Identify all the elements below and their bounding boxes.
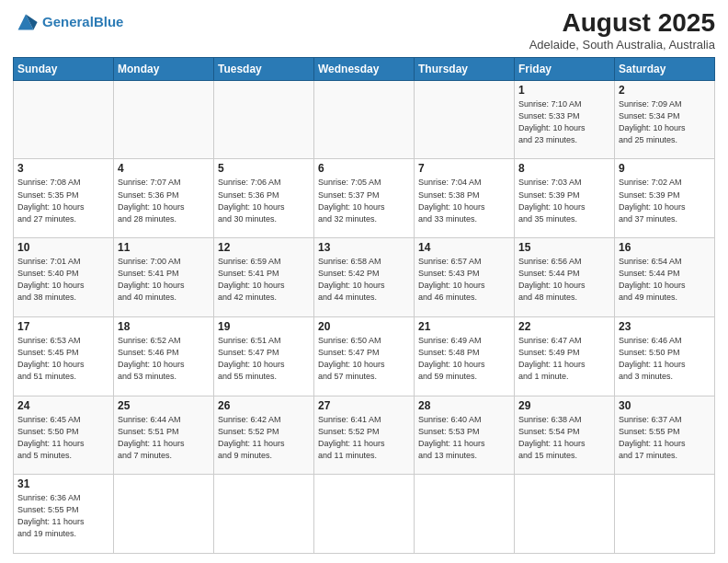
day-info: Sunrise: 6:44 AM Sunset: 5:51 PM Dayligh…	[118, 414, 210, 462]
day-number: 14	[418, 241, 510, 254]
day-number: 26	[218, 399, 310, 412]
table-row: 25Sunrise: 6:44 AM Sunset: 5:51 PM Dayli…	[114, 396, 214, 475]
day-info: Sunrise: 6:57 AM Sunset: 5:43 PM Dayligh…	[418, 256, 510, 304]
table-row: 19Sunrise: 6:51 AM Sunset: 5:47 PM Dayli…	[214, 316, 314, 396]
day-info: Sunrise: 6:56 AM Sunset: 5:44 PM Dayligh…	[518, 256, 610, 304]
day-number: 12	[218, 241, 310, 254]
day-number: 4	[118, 162, 210, 175]
day-info: Sunrise: 6:52 AM Sunset: 5:46 PM Dayligh…	[118, 335, 210, 383]
day-info: Sunrise: 7:06 AM Sunset: 5:36 PM Dayligh…	[218, 177, 310, 224]
day-number: 16	[619, 241, 711, 254]
table-row	[214, 475, 314, 554]
table-row: 10Sunrise: 7:01 AM Sunset: 5:40 PM Dayli…	[14, 238, 114, 317]
table-row: 26Sunrise: 6:42 AM Sunset: 5:52 PM Dayli…	[214, 396, 314, 475]
table-row: 29Sunrise: 6:38 AM Sunset: 5:54 PM Dayli…	[515, 396, 615, 475]
day-info: Sunrise: 7:08 AM Sunset: 5:35 PM Dayligh…	[17, 177, 109, 224]
logo-blue: Blue	[94, 14, 124, 29]
day-info: Sunrise: 7:05 AM Sunset: 5:37 PM Dayligh…	[318, 177, 410, 224]
day-info: Sunrise: 6:50 AM Sunset: 5:47 PM Dayligh…	[318, 335, 410, 383]
weekday-header-row: Sunday Monday Tuesday Wednesday Thursday…	[14, 57, 715, 80]
day-info: Sunrise: 7:02 AM Sunset: 5:39 PM Dayligh…	[619, 177, 711, 224]
day-number: 11	[118, 241, 210, 254]
day-info: Sunrise: 6:47 AM Sunset: 5:49 PM Dayligh…	[518, 335, 610, 383]
table-row	[415, 80, 515, 159]
table-row	[114, 80, 214, 159]
table-row: 31Sunrise: 6:36 AM Sunset: 5:55 PM Dayli…	[14, 475, 114, 554]
day-number: 5	[218, 162, 310, 175]
day-info: Sunrise: 7:09 AM Sunset: 5:34 PM Dayligh…	[619, 98, 711, 146]
table-row: 21Sunrise: 6:49 AM Sunset: 5:48 PM Dayli…	[415, 316, 515, 396]
table-row: 1Sunrise: 7:10 AM Sunset: 5:33 PM Daylig…	[515, 80, 615, 159]
day-number: 23	[619, 320, 711, 333]
title-block: August 2025 Adelaide, South Australia, A…	[529, 9, 715, 52]
table-row: 12Sunrise: 6:59 AM Sunset: 5:41 PM Dayli…	[214, 238, 314, 317]
header: GeneralBlue August 2025 Adelaide, South …	[13, 9, 715, 52]
day-info: Sunrise: 6:41 AM Sunset: 5:52 PM Dayligh…	[318, 414, 410, 462]
table-row: 28Sunrise: 6:40 AM Sunset: 5:53 PM Dayli…	[415, 396, 515, 475]
day-number: 9	[619, 162, 711, 175]
day-info: Sunrise: 6:59 AM Sunset: 5:41 PM Dayligh…	[218, 256, 310, 304]
day-number: 24	[17, 399, 109, 412]
table-row: 2Sunrise: 7:09 AM Sunset: 5:34 PM Daylig…	[615, 80, 715, 159]
day-info: Sunrise: 6:53 AM Sunset: 5:45 PM Dayligh…	[17, 335, 109, 383]
day-info: Sunrise: 7:07 AM Sunset: 5:36 PM Dayligh…	[118, 177, 210, 224]
day-number: 15	[518, 241, 610, 254]
day-info: Sunrise: 7:04 AM Sunset: 5:38 PM Dayligh…	[418, 177, 510, 224]
table-row: 7Sunrise: 7:04 AM Sunset: 5:38 PM Daylig…	[415, 159, 515, 238]
day-info: Sunrise: 7:01 AM Sunset: 5:40 PM Dayligh…	[17, 256, 109, 304]
header-tuesday: Tuesday	[214, 57, 314, 80]
day-info: Sunrise: 6:46 AM Sunset: 5:50 PM Dayligh…	[619, 335, 711, 383]
day-info: Sunrise: 6:38 AM Sunset: 5:54 PM Dayligh…	[518, 414, 610, 462]
header-wednesday: Wednesday	[314, 57, 415, 80]
day-info: Sunrise: 6:42 AM Sunset: 5:52 PM Dayligh…	[218, 414, 310, 462]
day-number: 30	[619, 399, 711, 412]
logo-text: GeneralBlue	[42, 15, 123, 30]
table-row	[114, 475, 214, 554]
day-number: 18	[118, 320, 210, 333]
table-row: 3Sunrise: 7:08 AM Sunset: 5:35 PM Daylig…	[14, 159, 114, 238]
table-row: 15Sunrise: 6:56 AM Sunset: 5:44 PM Dayli…	[515, 238, 615, 317]
table-row: 23Sunrise: 6:46 AM Sunset: 5:50 PM Dayli…	[615, 316, 715, 396]
table-row: 8Sunrise: 7:03 AM Sunset: 5:39 PM Daylig…	[515, 159, 615, 238]
table-row: 14Sunrise: 6:57 AM Sunset: 5:43 PM Dayli…	[415, 238, 515, 317]
day-number: 28	[418, 399, 510, 412]
logo: GeneralBlue	[13, 9, 123, 35]
header-thursday: Thursday	[415, 57, 515, 80]
table-row: 5Sunrise: 7:06 AM Sunset: 5:36 PM Daylig…	[214, 159, 314, 238]
day-number: 3	[17, 162, 109, 175]
calendar-table: Sunday Monday Tuesday Wednesday Thursday…	[13, 57, 715, 554]
table-row: 22Sunrise: 6:47 AM Sunset: 5:49 PM Dayli…	[515, 316, 615, 396]
header-sunday: Sunday	[14, 57, 114, 80]
logo-icon	[13, 9, 39, 35]
day-number: 29	[518, 399, 610, 412]
day-info: Sunrise: 6:40 AM Sunset: 5:53 PM Dayligh…	[418, 414, 510, 462]
table-row: 17Sunrise: 6:53 AM Sunset: 5:45 PM Dayli…	[14, 316, 114, 396]
page: GeneralBlue August 2025 Adelaide, South …	[0, 0, 728, 563]
table-row	[14, 80, 114, 159]
table-row: 24Sunrise: 6:45 AM Sunset: 5:50 PM Dayli…	[14, 396, 114, 475]
day-number: 1	[518, 84, 610, 97]
day-number: 21	[418, 320, 510, 333]
day-info: Sunrise: 7:00 AM Sunset: 5:41 PM Dayligh…	[118, 256, 210, 304]
day-number: 19	[218, 320, 310, 333]
day-number: 2	[619, 84, 711, 97]
day-number: 25	[118, 399, 210, 412]
day-info: Sunrise: 6:37 AM Sunset: 5:55 PM Dayligh…	[619, 414, 711, 462]
calendar-title: August 2025	[529, 9, 715, 38]
header-saturday: Saturday	[615, 57, 715, 80]
table-row: 16Sunrise: 6:54 AM Sunset: 5:44 PM Dayli…	[615, 238, 715, 317]
day-info: Sunrise: 6:45 AM Sunset: 5:50 PM Dayligh…	[17, 414, 109, 462]
day-number: 20	[318, 320, 410, 333]
day-number: 22	[518, 320, 610, 333]
day-number: 6	[318, 162, 410, 175]
day-info: Sunrise: 6:36 AM Sunset: 5:55 PM Dayligh…	[17, 492, 109, 540]
logo-general: General	[42, 14, 94, 29]
day-number: 10	[17, 241, 109, 254]
table-row: 18Sunrise: 6:52 AM Sunset: 5:46 PM Dayli…	[114, 316, 214, 396]
day-info: Sunrise: 6:49 AM Sunset: 5:48 PM Dayligh…	[418, 335, 510, 383]
calendar-subtitle: Adelaide, South Australia, Australia	[529, 38, 715, 52]
day-number: 8	[518, 162, 610, 175]
day-number: 17	[17, 320, 109, 333]
table-row	[615, 475, 715, 554]
table-row: 9Sunrise: 7:02 AM Sunset: 5:39 PM Daylig…	[615, 159, 715, 238]
